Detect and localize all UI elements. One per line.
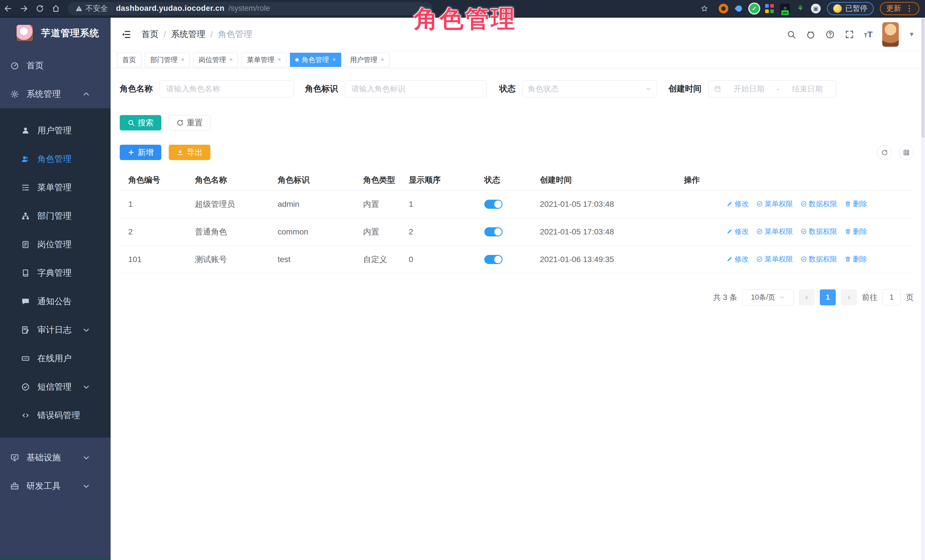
sidebar-item-系统管理[interactable]: 系统管理	[0, 80, 111, 108]
app-logo-row[interactable]: 芋道管理系统	[0, 18, 111, 48]
action-修改[interactable]: 修改	[726, 227, 749, 236]
tab-label: 岗位管理	[199, 55, 226, 65]
bookmark-star-icon[interactable]	[696, 2, 713, 15]
extension-orange-ring-icon[interactable]	[719, 4, 728, 14]
status-select[interactable]: 角色状态	[523, 80, 657, 98]
page-scrollbar[interactable]	[921, 18, 925, 560]
browser-menu-dots-icon[interactable]: ⋮	[905, 4, 913, 13]
action-菜单权限[interactable]: 菜单权限	[756, 199, 793, 209]
breadcrumb-item-系统管理[interactable]: 系统管理	[171, 29, 205, 40]
action-数据权限[interactable]: 数据权限	[800, 254, 837, 264]
next-page-button[interactable]: ›	[841, 290, 857, 305]
action-删除[interactable]: 删除	[845, 199, 867, 209]
sidebar-collapse-icon[interactable]	[121, 29, 131, 40]
reset-button[interactable]: 重置	[169, 115, 210, 131]
system-submenu: 用户管理角色管理菜单管理部门管理岗位管理字典管理通知公告审计日志在线用户短信管理…	[0, 108, 111, 437]
action-数据权限[interactable]: 数据权限	[800, 227, 837, 236]
log-icon	[21, 326, 30, 335]
sidebar-item-label: 部门管理	[37, 210, 72, 222]
sidebar-item-在线用户[interactable]: 在线用户	[0, 344, 111, 372]
tab-岗位管理[interactable]: 岗位管理×	[193, 53, 238, 67]
role-status-toggle[interactable]	[484, 200, 503, 209]
page-size-select[interactable]: 10条/页	[742, 290, 794, 305]
profile-paused-chip[interactable]: 已暂停	[827, 2, 874, 15]
user-avatar[interactable]	[882, 22, 899, 47]
not-secure-warning-icon[interactable]	[75, 5, 83, 12]
role-status-toggle[interactable]	[484, 255, 503, 264]
scrollbar-thumb[interactable]	[922, 18, 924, 138]
export-button[interactable]: 导出	[169, 145, 210, 160]
tab-角色管理[interactable]: 角色管理×	[290, 53, 341, 67]
sidebar-item-研发工具[interactable]: 研发工具	[0, 472, 111, 500]
avatar-caret-icon[interactable]: ▼	[908, 31, 915, 38]
search-button[interactable]: 搜索	[120, 115, 161, 131]
sidebar-item-菜单管理[interactable]: 菜单管理	[0, 173, 111, 202]
extension-green-check-icon[interactable]: ✓	[749, 4, 759, 14]
action-数据权限[interactable]: 数据权限	[800, 199, 837, 209]
online-icon	[21, 354, 30, 363]
column-settings-button[interactable]	[899, 145, 914, 160]
table-refresh-button[interactable]	[877, 145, 892, 160]
sidebar-item-审计日志[interactable]: 审计日志	[0, 315, 111, 344]
sidebar-item-错误码管理[interactable]: 错误码管理	[0, 401, 111, 429]
browser-forward-icon[interactable]	[16, 2, 32, 15]
sidebar-item-短信管理[interactable]: 短信管理	[0, 372, 111, 401]
browser-reload-icon[interactable]	[32, 2, 48, 15]
status-select-placeholder: 角色状态	[528, 84, 645, 94]
tab-菜单管理[interactable]: 菜单管理×	[241, 53, 286, 67]
github-icon[interactable]	[806, 30, 815, 39]
help-icon[interactable]	[825, 30, 835, 39]
tab-首页[interactable]: 首页	[117, 53, 142, 67]
role-type-cell: 内置	[359, 190, 405, 218]
close-icon[interactable]: ×	[278, 56, 281, 63]
address-bar[interactable]: 不安全 dashboard.yudao.iocoder.cn /system/r…	[68, 2, 433, 15]
close-icon[interactable]: ×	[332, 56, 336, 63]
sidebar-item-基础设施[interactable]: 基础设施	[0, 443, 111, 472]
role-name-label: 角色名称	[120, 83, 153, 95]
role-name-input[interactable]	[160, 80, 294, 98]
action-修改[interactable]: 修改	[726, 199, 749, 209]
role-key-label: 角色标识	[305, 83, 338, 95]
add-role-button[interactable]: 新增	[120, 145, 161, 160]
fullscreen-icon[interactable]	[845, 30, 854, 39]
extension-dark-switch-icon[interactable]: ≡on	[780, 4, 790, 14]
search-icon[interactable]	[786, 30, 796, 39]
action-菜单权限[interactable]: 菜单权限	[756, 254, 793, 264]
action-删除[interactable]: 删除	[845, 227, 867, 236]
action-删除[interactable]: 删除	[845, 254, 867, 264]
prev-page-button[interactable]: ‹	[799, 290, 815, 305]
tab-用户管理[interactable]: 用户管理×	[345, 53, 390, 67]
font-size-icon[interactable]: TT	[864, 30, 873, 39]
browser-back-icon[interactable]	[0, 2, 16, 15]
action-菜单权限[interactable]: 菜单权限	[756, 227, 793, 236]
role-key-cell: common	[274, 218, 359, 246]
breadcrumb-item-首页[interactable]: 首页	[142, 29, 158, 40]
close-icon[interactable]: ×	[229, 56, 233, 63]
sidebar-item-字典管理[interactable]: 字典管理	[0, 259, 111, 287]
sidebar-item-角色管理[interactable]: 角色管理	[0, 145, 111, 173]
goto-page-input[interactable]	[883, 290, 901, 305]
sms-icon	[21, 383, 30, 391]
sidebar-item-岗位管理[interactable]: 岗位管理	[0, 230, 111, 259]
extension-green-plant-icon[interactable]: ⚘	[795, 4, 805, 14]
current-page-button[interactable]: 1	[820, 290, 836, 305]
sidebar-item-label: 角色管理	[37, 153, 72, 165]
tab-label: 首页	[122, 55, 136, 65]
close-icon[interactable]: ×	[181, 56, 184, 63]
extension-dot-grid-icon[interactable]	[765, 4, 774, 14]
update-chip[interactable]: 更新 ⋮	[880, 2, 919, 15]
sidebar-item-部门管理[interactable]: 部门管理	[0, 202, 111, 230]
browser-home-icon[interactable]	[48, 2, 64, 15]
create-time-range-picker[interactable]: 开始日期 - 结束日期	[708, 80, 836, 98]
sidebar-item-通知公告[interactable]: 通知公告	[0, 287, 111, 315]
app-logo	[16, 24, 34, 42]
sidebar-item-首页[interactable]: 首页	[0, 51, 111, 80]
extension-light-puzzle-icon[interactable]: ▣	[811, 4, 821, 14]
action-修改[interactable]: 修改	[726, 254, 749, 264]
sidebar-item-用户管理[interactable]: 用户管理	[0, 116, 111, 145]
role-status-toggle[interactable]	[484, 227, 503, 236]
extension-blue-drop-icon[interactable]	[734, 4, 744, 14]
role-key-input[interactable]	[345, 80, 487, 98]
close-icon[interactable]: ×	[381, 56, 384, 63]
tab-部门管理[interactable]: 部门管理×	[145, 53, 190, 67]
